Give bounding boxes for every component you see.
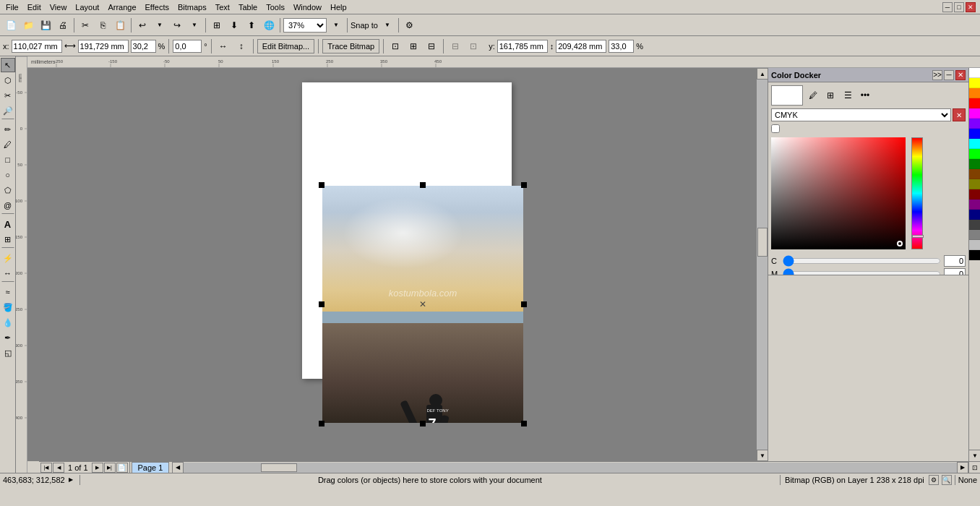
scroll-thumb-h[interactable] [261, 463, 297, 472]
menu-bitmaps[interactable]: Bitmaps [173, 1, 211, 13]
palette-scroll-down[interactable]: ▼ [969, 450, 980, 461]
redo-arrow-btn[interactable]: ▼ [186, 17, 202, 33]
page-add-btn[interactable]: 📄 [116, 463, 128, 473]
status-zoom-btn[interactable]: 🔍 [942, 475, 952, 485]
w-input[interactable]: 191,729 mm [78, 40, 129, 53]
palette-dark-green[interactable] [969, 159, 980, 169]
palette-black[interactable] [969, 250, 980, 260]
menu-text[interactable]: Text [211, 1, 234, 13]
color-more-btn[interactable]: ••• [858, 88, 872, 103]
color-options-btn[interactable]: ⊞ [823, 88, 838, 103]
horizontal-scrollbar[interactable]: |◀ ◀ 1 of 1 ▶ ▶| 📄 Page 1 ◀ ▶ ⊡ [39, 461, 980, 473]
palette-brown[interactable] [969, 169, 980, 179]
scroll-track-v[interactable] [757, 80, 768, 450]
color-gradient-area[interactable] [771, 137, 906, 249]
menu-file[interactable]: File [1, 1, 23, 13]
snap-dropdown-btn[interactable]: ▼ [379, 17, 395, 33]
palette-maroon[interactable] [969, 189, 980, 200]
blend-tool[interactable]: ≈ [1, 285, 15, 299]
h-input[interactable] [556, 40, 606, 53]
fill-tool[interactable]: 🪣 [1, 300, 15, 314]
freehand-tool[interactable]: ✏ [1, 122, 15, 137]
zoom-fit-btn[interactable]: ⊡ [968, 462, 980, 473]
bitmap-options-btn[interactable]: ⊟ [424, 38, 439, 54]
palette-navy[interactable] [969, 210, 980, 220]
zoom-tool[interactable]: 🔎 [1, 103, 15, 118]
status-settings-btn[interactable]: ⚙ [929, 475, 939, 485]
palette-gray[interactable] [969, 230, 980, 240]
docker-minimize-btn[interactable]: ─ [944, 70, 954, 80]
open-btn[interactable]: 📁 [20, 17, 36, 33]
select-tool[interactable]: ↖ [1, 58, 15, 72]
palette-silver[interactable] [969, 240, 980, 250]
crop-tool[interactable]: ✂ [1, 88, 15, 103]
color-config-btn[interactable]: ☰ [841, 88, 855, 103]
undo-arrow-btn[interactable]: ▼ [152, 17, 168, 33]
menu-table[interactable]: Table [234, 1, 262, 13]
handle-bl[interactable] [319, 421, 324, 426]
palette-white[interactable] [969, 68, 980, 78]
publish-btn[interactable]: 🌐 [261, 17, 277, 33]
polygon-tool[interactable]: ⬠ [1, 183, 15, 197]
close-btn[interactable]: ✕ [966, 2, 976, 12]
w2-input[interactable] [131, 40, 156, 53]
table-tool[interactable]: ⊞ [1, 232, 15, 246]
vertical-scrollbar[interactable]: ▲ ▼ [756, 68, 768, 461]
coord-triangle[interactable]: ▶ [66, 476, 75, 484]
scroll-thumb-v[interactable] [757, 228, 768, 257]
select-all-btn[interactable]: ⊞ [209, 17, 225, 33]
dimension-tool[interactable]: ↔ [1, 266, 15, 280]
cut-btn[interactable]: ✂ [77, 17, 93, 33]
flip-v-btn[interactable]: ↕ [233, 38, 249, 54]
c-slider[interactable] [783, 257, 941, 265]
scroll-track-h[interactable] [184, 463, 957, 473]
shadow-tool[interactable]: ◱ [1, 346, 15, 360]
ellipse-tool[interactable]: ○ [1, 168, 15, 182]
palette-green[interactable] [969, 149, 980, 159]
new-btn[interactable]: 📄 [3, 17, 19, 33]
resample-btn[interactable]: ⊞ [405, 38, 421, 54]
smart-draw-tool[interactable]: 🖊 [1, 137, 15, 152]
export-btn[interactable]: ⬆ [244, 17, 259, 33]
eyedropper-screen-btn[interactable]: 🖉 [806, 88, 820, 103]
flip-h-btn[interactable]: ↔ [215, 38, 231, 54]
y-input[interactable] [497, 40, 548, 53]
menu-edit[interactable]: Edit [23, 1, 46, 13]
palette-dark-gray[interactable] [969, 220, 980, 230]
options-btn[interactable]: ⚙ [402, 17, 418, 33]
import-btn[interactable]: ⬇ [226, 17, 242, 33]
color-checkbox[interactable] [771, 124, 780, 133]
trace-bitmap-btn[interactable]: Trace Bitmap [322, 39, 379, 53]
docker-close-btn[interactable]: ✕ [955, 70, 966, 80]
shape-tool[interactable]: ⬡ [1, 73, 15, 87]
scroll-right-btn[interactable]: ▶ [957, 462, 968, 473]
palette-olive[interactable] [969, 179, 980, 189]
menu-help[interactable]: Help [326, 1, 351, 13]
print-btn[interactable]: 🖨 [55, 17, 71, 33]
menu-effects[interactable]: Effects [141, 1, 173, 13]
handle-ml[interactable] [319, 301, 324, 307]
menu-view[interactable]: View [46, 1, 72, 13]
menu-layout[interactable]: Layout [71, 1, 103, 13]
handle-mr[interactable] [521, 301, 527, 307]
docker-expand-btn[interactable]: >> [932, 70, 942, 80]
scroll-up-btn[interactable]: ▲ [757, 68, 768, 80]
crop-btn[interactable]: ⊡ [387, 38, 403, 54]
text-tool[interactable]: A [1, 217, 15, 231]
scroll-left-btn[interactable]: ◀ [172, 462, 184, 473]
palette-red[interactable] [969, 98, 980, 108]
save-btn[interactable]: 💾 [38, 17, 53, 33]
menu-window[interactable]: Window [289, 1, 326, 13]
palette-cyan[interactable] [969, 139, 980, 149]
copy-btn[interactable]: ⎘ [95, 17, 111, 33]
maximize-btn[interactable]: □ [954, 2, 964, 12]
color-model-select[interactable]: CMYK RGB HSL [771, 108, 951, 121]
scroll-down-btn[interactable]: ▼ [757, 450, 768, 461]
selected-bitmap[interactable]: 7 DEF TONY [315, 179, 530, 430]
palette-blue[interactable] [969, 129, 980, 139]
palette-violet[interactable] [969, 119, 980, 129]
page-next-btn[interactable]: ▶ [92, 463, 103, 473]
palette-magenta[interactable] [969, 108, 980, 119]
h2-input[interactable] [609, 40, 634, 53]
redo-btn[interactable]: ↪ [169, 17, 185, 33]
